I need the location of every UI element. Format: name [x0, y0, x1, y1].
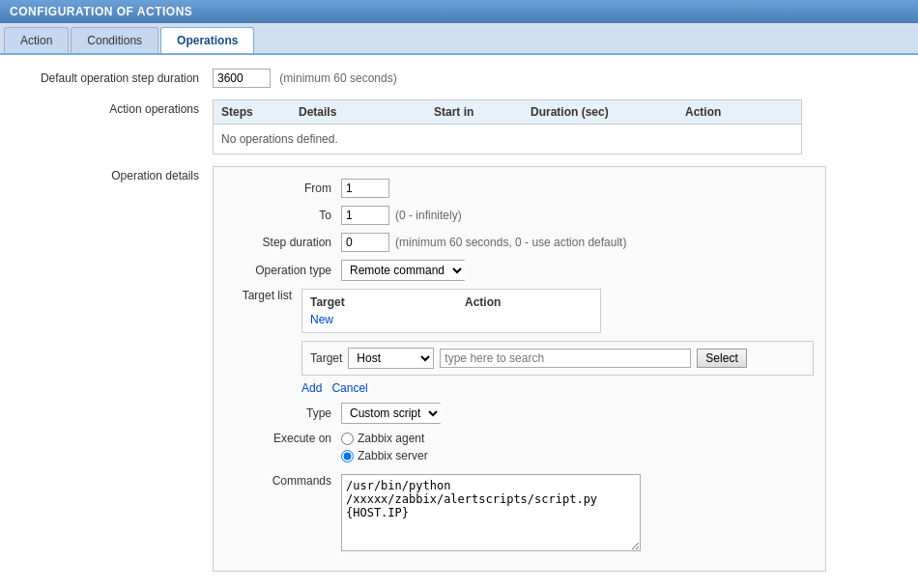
operation-type-row: Operation type Remote command Send messa…	[225, 260, 814, 281]
tabs: Action Conditions Operations	[0, 23, 918, 55]
execute-on-label: Execute on	[225, 432, 341, 445]
no-operations-text: No operations defined.	[214, 125, 801, 154]
operation-details-box: From To (0 - infinitely) Step duration (…	[213, 166, 826, 572]
default-step-hint: (minimum 60 seconds)	[279, 71, 396, 85]
tab-operations[interactable]: Operations	[160, 27, 254, 53]
operations-table-header: Steps Details Start in Duration (sec) Ac…	[214, 100, 801, 125]
col-startin-header: Start in	[434, 105, 531, 119]
execute-on-agent-radio[interactable]	[341, 433, 354, 445]
step-to-hint: (0 - infinitely)	[395, 209, 462, 222]
target-list-row: Target list Target Action New	[225, 289, 814, 395]
default-step-duration-label: Default operation step duration	[19, 69, 213, 85]
target-col-target-header: Target	[310, 295, 465, 309]
target-list-label: Target list	[225, 289, 301, 302]
operations-table: Steps Details Start in Duration (sec) Ac…	[213, 99, 802, 154]
step-from-label: From	[225, 182, 341, 195]
tab-action[interactable]: Action	[4, 27, 69, 53]
content-area: Default operation step duration (minimum…	[0, 55, 918, 588]
target-select-button[interactable]: Select	[697, 349, 746, 368]
target-col-action-header: Action	[465, 295, 581, 309]
execute-on-server-row: Zabbix server	[341, 449, 428, 462]
step-to-row: To (0 - infinitely)	[225, 206, 814, 225]
target-host-select[interactable]: Host Host group	[348, 348, 434, 369]
step-to-input[interactable]	[341, 206, 389, 225]
execute-on-server-radio[interactable]	[341, 450, 354, 462]
execute-on-row: Execute on Zabbix agent Zabbix server	[225, 432, 814, 466]
target-add-row: Target Host Host group Select	[301, 341, 814, 376]
operation-details-row: Operation details From To (0 - infinitel…	[19, 166, 899, 572]
default-step-duration-row: Default operation step duration (minimum…	[19, 69, 899, 88]
add-cancel-row: Add Cancel	[301, 381, 814, 395]
action-operations-label: Action operations	[19, 99, 213, 116]
page-wrapper: CONFIGURATION OF ACTIONS Action Conditio…	[0, 0, 918, 588]
step-from-input[interactable]	[341, 179, 389, 198]
type-label: Type	[225, 406, 341, 420]
default-step-duration-value: (minimum 60 seconds)	[213, 69, 899, 88]
type-select[interactable]: Custom script IPMI SSH Telnet Global scr…	[341, 403, 441, 424]
default-step-duration-input[interactable]	[213, 69, 271, 88]
operation-details-value: From To (0 - infinitely) Step duration (…	[213, 166, 899, 572]
target-list-box: Target Action New	[301, 289, 601, 333]
step-to-label: To	[225, 209, 341, 222]
col-duration-header: Duration (sec)	[531, 105, 685, 119]
col-details-header: Details	[299, 105, 434, 119]
commands-label: Commands	[225, 474, 341, 488]
step-from-row: From	[225, 179, 814, 198]
target-list-new-link[interactable]: New	[310, 313, 333, 326]
commands-textarea[interactable]: /usr/bin/python /xxxxx/zabbix/alertscrip…	[341, 474, 641, 551]
action-operations-value: Steps Details Start in Duration (sec) Ac…	[213, 99, 899, 154]
tab-conditions[interactable]: Conditions	[71, 27, 158, 53]
type-select-wrapper: Custom script IPMI SSH Telnet Global scr…	[341, 403, 441, 424]
target-list-container: Target Action New Target Host Host	[301, 289, 814, 395]
title-bar: CONFIGURATION OF ACTIONS	[0, 0, 918, 23]
target-add-label: Target	[310, 351, 342, 365]
action-operations-row: Action operations Steps Details Start in…	[19, 99, 899, 154]
commands-row: Commands /usr/bin/python /xxxxx/zabbix/a…	[225, 474, 814, 551]
step-duration-hint: (minimum 60 seconds, 0 - use action defa…	[395, 236, 626, 249]
operation-details-label: Operation details	[19, 166, 213, 182]
execute-on-options: Zabbix agent Zabbix server	[341, 432, 428, 466]
col-action-header: Action	[685, 105, 782, 119]
cancel-link[interactable]: Cancel	[331, 381, 367, 395]
add-link[interactable]: Add	[301, 381, 322, 395]
execute-on-agent-label: Zabbix agent	[358, 432, 424, 445]
title-bar-label: CONFIGURATION OF ACTIONS	[10, 5, 192, 18]
execute-on-server-label: Zabbix server	[358, 449, 428, 462]
target-list-header: Target Action	[310, 295, 592, 309]
step-duration-input[interactable]	[341, 233, 389, 252]
step-duration-label: Step duration	[225, 236, 341, 249]
target-search-input[interactable]	[440, 349, 691, 368]
execute-on-agent-row: Zabbix agent	[341, 432, 428, 445]
type-row: Type Custom script IPMI SSH Telnet Globa…	[225, 403, 814, 424]
operation-type-label: Operation type	[225, 264, 341, 277]
step-duration-row: Step duration (minimum 60 seconds, 0 - u…	[225, 233, 814, 252]
operation-type-select-wrapper: Remote command Send message	[341, 260, 465, 281]
col-steps-header: Steps	[221, 105, 299, 119]
operation-type-select[interactable]: Remote command Send message	[341, 260, 465, 281]
